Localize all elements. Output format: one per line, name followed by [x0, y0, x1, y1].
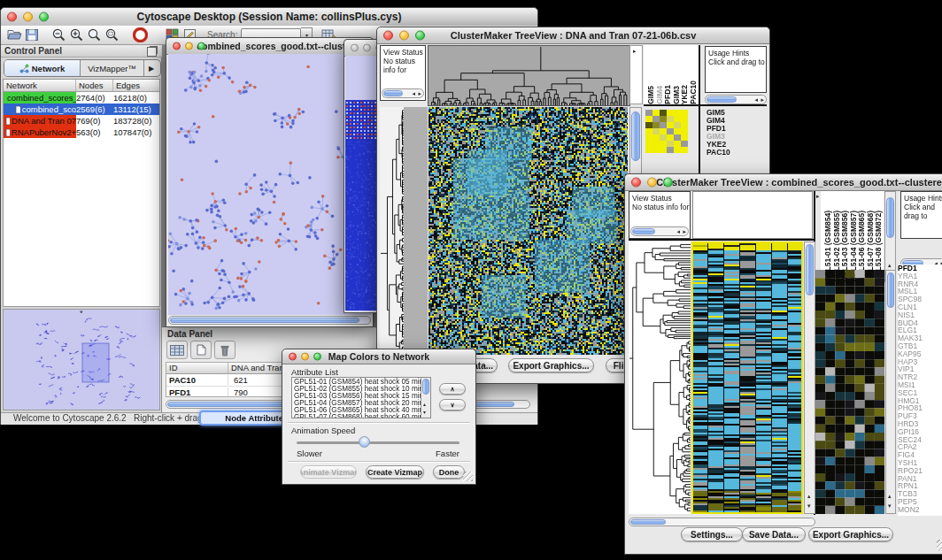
scroll-left-icon[interactable]: ◂: [412, 91, 415, 97]
treeview1-titlebar[interactable]: ClusterMaker TreeView : DNA and Tran 07-…: [377, 27, 769, 44]
gene-label[interactable]: RPN1: [898, 482, 942, 490]
move-up-button[interactable]: ∧: [439, 383, 466, 395]
gene-label[interactable]: HAP3: [898, 358, 942, 366]
open-icon[interactable]: [5, 27, 23, 43]
attribute-list-vscrollbar[interactable]: ▴ ▾: [421, 378, 430, 418]
splitter-arrow-icon[interactable]: ▸: [633, 49, 637, 55]
tv2-row-dendrogram[interactable]: [629, 242, 691, 514]
zoom-window-icon[interactable]: [197, 42, 205, 50]
gene-label[interactable]: CPA2: [898, 443, 942, 451]
tv1-status-scrollbar[interactable]: ◂ ▸: [382, 88, 424, 98]
gene-label[interactable]: ELG1: [898, 326, 942, 334]
gene-label[interactable]: PAN1: [898, 475, 942, 483]
save-icon[interactable]: [23, 27, 41, 43]
network-list-row[interactable]: RNAPuberNov2+563(0)107847(0): [4, 127, 159, 138]
scroll-right-icon[interactable]: ▸: [761, 97, 764, 104]
tv2-detail-heatmap[interactable]: [815, 270, 884, 514]
network-list-row[interactable]: combined_sco2569(6)13112(15): [4, 104, 159, 115]
dialog-titlebar[interactable]: Map Colors to Network: [282, 349, 475, 364]
tv2-heatmap[interactable]: [691, 242, 803, 514]
minimize-icon[interactable]: [399, 31, 409, 41]
zoom-window-icon[interactable]: [415, 31, 425, 41]
gene-label[interactable]: VIP1: [898, 365, 942, 373]
tv2-col-labels-vscrollbar[interactable]: ▴ ▾: [884, 191, 896, 282]
gene-label[interactable]: HRD3: [898, 420, 942, 428]
animation-speed-slider[interactable]: [297, 441, 459, 444]
gene-label[interactable]: YSH1: [898, 459, 942, 467]
gene-label[interactable]: PHO81: [898, 404, 942, 412]
zoom-window-icon[interactable]: [663, 178, 673, 188]
overview-canvas[interactable]: [4, 313, 158, 409]
dna-window-titlebar[interactable]: [344, 40, 378, 57]
close-icon[interactable]: [351, 44, 359, 52]
create-vizmap-button[interactable]: Create Vizmap: [366, 465, 424, 479]
column-label[interactable]: YKE2: [680, 85, 689, 104]
column-label[interactable]: GIM4: [655, 86, 664, 104]
gene-label[interactable]: BUD4: [898, 319, 942, 327]
gene-label[interactable]: TCB3: [898, 490, 942, 498]
gene-label[interactable]: SPC98: [898, 295, 942, 303]
scroll-down-icon[interactable]: ▾: [807, 503, 811, 510]
close-icon[interactable]: [289, 353, 297, 361]
main-titlebar[interactable]: Cytoscape Desktop (Session Name: collins…: [1, 8, 537, 27]
done-button[interactable]: Done: [433, 465, 465, 479]
column-label[interactable]: PAC10: [689, 81, 698, 104]
network-canvas[interactable]: [168, 54, 371, 315]
delete-attribute-icon[interactable]: [214, 341, 236, 359]
column-label[interactable]: GIM5: [646, 86, 655, 104]
scroll-up-icon[interactable]: ▴: [423, 401, 426, 407]
scroll-up-icon[interactable]: ▴: [888, 494, 892, 500]
tv2-status-scrollbar[interactable]: ◂ ▸: [630, 226, 689, 236]
row-label[interactable]: PAC10: [706, 149, 765, 157]
new-attribute-icon[interactable]: [190, 341, 212, 359]
zoom-window-icon[interactable]: [313, 353, 321, 361]
scroll-right-icon[interactable]: ▸: [683, 229, 686, 235]
column-label[interactable]: PFD1: [663, 85, 672, 104]
gene-label[interactable]: PEP5: [898, 498, 942, 506]
scroll-down-icon[interactable]: ▾: [888, 503, 892, 510]
tv2-heatmap-vscrollbar[interactable]: ▴ ▾: [804, 242, 815, 514]
network-view-titlebar[interactable]: combined_scores_good.txt--cluste...: [166, 38, 373, 55]
export-graphics-button[interactable]: Export Graphics...: [508, 358, 594, 372]
gene-label[interactable]: HMG1: [898, 397, 942, 405]
scroll-up-icon[interactable]: ▴: [888, 263, 892, 269]
tv1-summary-heatmap[interactable]: [645, 110, 688, 153]
zoom-out-icon[interactable]: [50, 27, 67, 43]
gene-label[interactable]: PFD1: [898, 265, 942, 272]
attribute-list[interactable]: GPL51-01 (GSM854) heat shock 05 minGPL51…: [291, 377, 431, 418]
network-list-row[interactable]: DNA and Tran 07769(0)183728(0): [4, 115, 159, 127]
gene-label[interactable]: RNR4: [898, 280, 942, 288]
gene-label[interactable]: MSL1: [898, 288, 942, 295]
minimize-icon[interactable]: [363, 44, 371, 52]
minimize-icon[interactable]: [301, 353, 309, 361]
tab-vizmapper[interactable]: VizMapper™: [81, 60, 144, 76]
tv1-heatmap[interactable]: [429, 107, 628, 355]
tv1-row-dendrogram[interactable]: [380, 107, 428, 355]
gene-label[interactable]: GTB1: [898, 342, 942, 350]
gene-label[interactable]: NTR2: [898, 373, 942, 381]
float-panel-icon[interactable]: [147, 47, 157, 57]
zoom-fit-icon[interactable]: [85, 27, 103, 43]
gene-label[interactable]: MAK31: [898, 334, 942, 342]
attribute-item[interactable]: GPL51-07 (GSM868) heat shock 60 min: [294, 414, 420, 418]
minimize-icon[interactable]: [647, 178, 657, 188]
treeview2-titlebar[interactable]: ClusterMaker TreeView : combined_scores_…: [625, 174, 942, 191]
tv2-detail-vscrollbar[interactable]: ▴ ▾: [885, 270, 896, 514]
gene-label[interactable]: SEC1: [898, 389, 942, 397]
tab-network[interactable]: Network: [4, 60, 81, 76]
slider-thumb[interactable]: [359, 436, 370, 448]
gene-label[interactable]: GPI16: [898, 428, 942, 436]
settings-button[interactable]: Settings...: [681, 527, 743, 541]
gene-label[interactable]: KAP95: [898, 350, 942, 358]
scroll-right-icon[interactable]: ▸: [418, 91, 421, 97]
splitter-arrow-icon[interactable]: ▸: [816, 194, 820, 200]
close-icon[interactable]: [383, 31, 393, 41]
attribute-table-icon[interactable]: [166, 341, 188, 359]
close-icon[interactable]: [173, 42, 181, 50]
tab-overflow[interactable]: ▶: [144, 60, 158, 76]
column-label[interactable]: GIM3: [672, 86, 681, 104]
network-list-row[interactable]: combined_scores_2764(0)16218(0): [4, 92, 159, 104]
zoom-selected-icon[interactable]: [103, 27, 120, 43]
tv1-usage-scrollbar[interactable]: ◂ ▸: [705, 95, 767, 104]
gene-label[interactable]: CLN1: [898, 303, 942, 311]
